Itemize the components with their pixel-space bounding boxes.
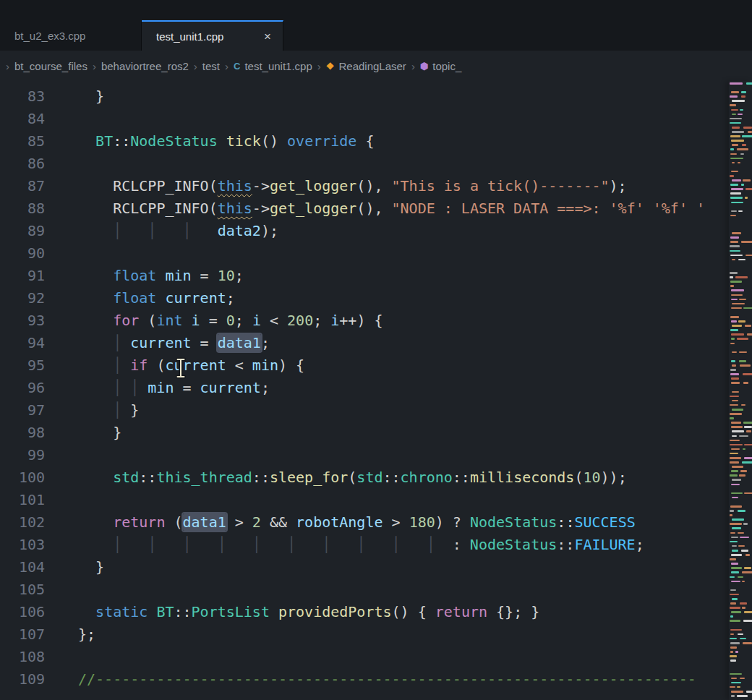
tab-bt_u2_ex3.cpp[interactable]: bt_u2_ex3.cpp: [0, 20, 142, 51]
line-number[interactable]: 98: [0, 422, 45, 444]
line-number[interactable]: 109: [0, 668, 45, 691]
code-line-88[interactable]: 88 RCLCPP_INFO(this->get_logger(), "NODE…: [0, 197, 752, 220]
code-line-103[interactable]: 103 │ │ │ │ │ │ │ │ │ │ : NodeStatus::FA…: [0, 534, 752, 556]
breadcrumb-item-behaviortree_ros2[interactable]: behaviortree_ros2: [101, 60, 189, 72]
code-token: ;: [226, 289, 235, 307]
minimap-line: [729, 693, 752, 698]
line-number[interactable]: 90: [0, 242, 45, 265]
code-token: get_logger: [270, 200, 356, 217]
code-line-100[interactable]: 100 std::this_thread::sleep_for(std::chr…: [0, 466, 752, 489]
minimap[interactable]: [729, 81, 752, 700]
breadcrumb-item-test[interactable]: test: [202, 60, 220, 72]
code-token: override: [287, 132, 356, 150]
code-line-95[interactable]: 95 │ if (current < min) {: [0, 354, 752, 377]
code-token: }: [95, 558, 104, 576]
code-line-104[interactable]: 104 }: [0, 556, 752, 579]
code-token: i: [252, 312, 261, 329]
code-token: [148, 603, 156, 620]
code-token: [156, 267, 165, 284]
code-text: │ }: [45, 399, 139, 422]
code-line-98[interactable]: 98 }: [0, 422, 752, 444]
close-tab-icon[interactable]: ×: [248, 30, 271, 43]
code-token: (),: [356, 200, 391, 217]
code-line-92[interactable]: 92 float current;: [0, 287, 752, 310]
tab-bar: bt_u2_ex3.cpptest_unit1.cpp×: [0, 0, 752, 51]
code-token: ;: [636, 536, 644, 553]
code-line-85[interactable]: 85 BT::NodeStatus tick() override {: [0, 130, 752, 153]
code-line-97[interactable]: 97 │ }: [0, 399, 752, 422]
line-number[interactable]: 107: [0, 623, 45, 646]
code-line-84[interactable]: 84: [0, 108, 752, 130]
code-line-101[interactable]: 101: [0, 489, 752, 511]
code-token: │: [78, 357, 130, 374]
code-token: (: [209, 200, 218, 217]
code-token: =: [192, 267, 218, 284]
code-line-102[interactable]: 102 return (data1 > 2 && robotAngle > 18…: [0, 511, 752, 534]
line-number[interactable]: 91: [0, 265, 45, 287]
line-number[interactable]: 105: [0, 579, 45, 601]
line-number[interactable]: 97: [0, 399, 45, 422]
code-line-105[interactable]: 105: [0, 579, 752, 601]
breadcrumb-label: test: [202, 60, 220, 72]
code-line-96[interactable]: 96 │ │ min = current;: [0, 377, 752, 399]
code-line-91[interactable]: 91 float min = 10;: [0, 265, 752, 287]
code-token: get_logger: [270, 177, 356, 195]
line-number[interactable]: 108: [0, 646, 45, 668]
code-line-86[interactable]: 86: [0, 153, 752, 175]
breadcrumb-item-test_unit1.cpp[interactable]: Ctest_unit1.cpp: [234, 60, 312, 72]
code-token: tick: [226, 132, 261, 150]
code-token: 10: [218, 267, 235, 284]
code-text: [45, 646, 78, 668]
code-line-109[interactable]: 109//-----------------------------------…: [0, 668, 752, 691]
line-number[interactable]: 99: [0, 444, 45, 466]
line-number[interactable]: 96: [0, 377, 45, 399]
line-number[interactable]: 104: [0, 556, 45, 579]
line-number[interactable]: 83: [0, 85, 45, 108]
code-token: ;: [313, 312, 330, 329]
code-line-89[interactable]: 89 │ │ │ data2);: [0, 220, 752, 242]
code-token: FAILURE: [574, 536, 635, 553]
code-line-93[interactable]: 93 for (int i = 0; i < 200; i++) {: [0, 310, 752, 332]
code-editor[interactable]: 83 }8485 BT::NodeStatus tick() override …: [0, 81, 752, 700]
line-number[interactable]: 106: [0, 601, 45, 623]
line-number[interactable]: 95: [0, 354, 45, 377]
code-token: data1: [183, 513, 226, 531]
code-line-99[interactable]: 99: [0, 444, 752, 466]
code-line-94[interactable]: 94 │ current = data1;: [0, 332, 752, 354]
code-token: [78, 469, 113, 486]
breadcrumb-item-bt_course_files[interactable]: bt_course_files: [14, 60, 87, 72]
breadcrumb-item-topic_[interactable]: ⬢topic_: [420, 60, 461, 72]
code-line-83[interactable]: 83 }: [0, 85, 752, 108]
tab-test_unit1.cpp[interactable]: test_unit1.cpp×: [142, 20, 283, 51]
code-line-107[interactable]: 107};: [0, 623, 752, 646]
code-token: ->: [252, 177, 270, 195]
code-token: ) ?: [435, 513, 470, 531]
code-line-108[interactable]: 108: [0, 646, 752, 668]
code-line-87[interactable]: 87 RCLCPP_INFO(this->get_logger(), "This…: [0, 175, 752, 197]
line-number[interactable]: 101: [0, 489, 45, 511]
line-number[interactable]: 103: [0, 534, 45, 556]
code-line-90[interactable]: 90: [0, 242, 752, 265]
line-number[interactable]: 88: [0, 197, 45, 220]
code-text: [45, 579, 78, 601]
code-token: NodeStatus: [130, 132, 217, 150]
line-number[interactable]: 86: [0, 153, 45, 175]
code-token: [78, 603, 95, 620]
chevron-right-icon: ›: [194, 60, 197, 72]
line-number[interactable]: 85: [0, 130, 45, 153]
line-number[interactable]: 93: [0, 310, 45, 332]
line-number[interactable]: 87: [0, 175, 45, 197]
breadcrumb-item-ReadingLaser[interactable]: ❖ReadingLaser: [326, 60, 406, 72]
line-number[interactable]: 84: [0, 108, 45, 130]
line-number[interactable]: 94: [0, 332, 45, 354]
code-token: =: [200, 312, 226, 329]
code-token: SUCCESS: [574, 513, 635, 531]
code-line-106[interactable]: 106 static BT::PortsList providedPorts()…: [0, 601, 752, 623]
line-number[interactable]: 89: [0, 220, 45, 242]
code-token: this: [218, 177, 252, 195]
line-number[interactable]: 100: [0, 466, 45, 489]
code-text: };: [45, 623, 95, 646]
line-number[interactable]: 92: [0, 287, 45, 310]
code-token: ;: [261, 379, 270, 396]
line-number[interactable]: 102: [0, 511, 45, 534]
